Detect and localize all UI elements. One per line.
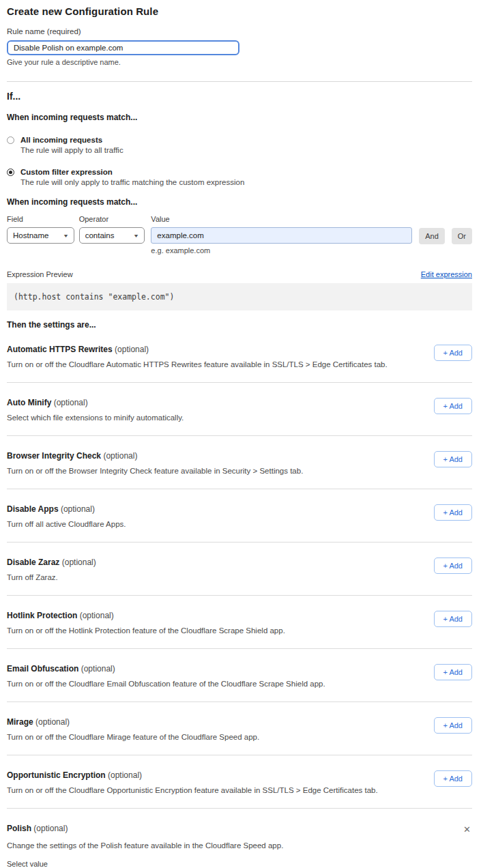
close-icon[interactable]: ✕ [462,824,472,835]
setting-row-hotlink-protection: Hotlink Protection (optional) Turn on or… [7,596,472,649]
setting-title: Polish (optional) [7,824,68,833]
expression-preview-code: (http.host contains "example.com") [7,283,472,310]
add-button[interactable]: + Add [434,611,472,627]
add-button[interactable]: + Add [434,451,472,467]
operator-column: Operator contains ▼ [79,215,145,244]
setting-title: Disable Apps (optional) [7,504,126,514]
setting-description: Turn on or off the Cloudflare Mirage fea… [7,733,259,741]
and-button[interactable]: And [419,228,445,244]
radio-unselected-icon[interactable] [7,136,14,144]
setting-name: Opportunistic Encryption [7,770,106,780]
setting-texts: Auto Minify (optional) Select which file… [7,398,184,422]
rule-name-helper: Give your rule a descriptive name. [7,58,472,66]
section-divider [7,81,472,82]
setting-optional-tag: (optional) [115,345,149,354]
value-column: Value e.g. example.com [151,215,412,255]
setting-row-disable-zaraz: Disable Zaraz (optional) Turn off Zaraz.… [7,542,472,596]
rule-name-label: Rule name (required) [7,27,472,35]
setting-row-mirage: Mirage (optional) Turn on or off the Clo… [7,702,472,755]
operator-label: Operator [79,215,145,223]
radio-option-description: The rule will apply to all traffic [20,146,123,154]
setting-texts: Disable Zaraz (optional) Turn off Zaraz. [7,558,96,581]
field-select-value: Hostname [13,231,48,240]
setting-description: Change the settings of the Polish featur… [7,841,472,850]
setting-optional-tag: (optional) [80,611,114,620]
setting-texts: Hotlink Protection (optional) Turn on or… [7,611,285,635]
page-title: Create new Configuration Rule [7,5,472,17]
setting-description: Turn on or off the Cloudflare Opportunis… [7,786,378,794]
radio-selected-icon[interactable] [7,169,14,176]
setting-optional-tag: (optional) [103,451,137,461]
setting-row-disable-apps: Disable Apps (optional) Turn off all act… [7,489,472,542]
setting-title: Opportunistic Encryption (optional) [7,770,378,780]
polish-header: Polish (optional) ✕ [7,824,472,835]
field-label: Field [7,215,74,223]
rule-name-input[interactable] [7,40,239,55]
add-button[interactable]: + Add [434,770,472,787]
radio-option-label: Custom filter expression [20,168,244,176]
radio-option-description: The rule will only apply to traffic matc… [20,178,244,186]
value-helper: e.g. example.com [151,246,412,255]
radio-option-custom-filter-expression[interactable]: Custom filter expression The rule will o… [7,168,472,186]
setting-row-automatic-https-rewrites: Automatic HTTPS Rewrites (optional) Turn… [7,330,472,383]
setting-description: Select which file extensions to minify a… [7,414,184,422]
setting-row-polish: Polish (optional) ✕ Change the settings … [7,809,472,868]
setting-optional-tag: (optional) [62,558,96,567]
operator-select-value: contains [85,231,115,240]
setting-name: Disable Apps [7,504,59,514]
setting-title: Browser Integrity Check (optional) [7,451,303,461]
configuration-rule-form: Create new Configuration Rule Rule name … [0,0,481,868]
setting-optional-tag: (optional) [35,717,70,727]
add-button[interactable]: + Add [434,664,472,680]
select-value-label: Select value [7,860,472,868]
field-select[interactable]: Hostname ▼ [7,227,74,244]
setting-description: Turn on or off the Cloudflare Automatic … [7,360,388,368]
setting-description: Turn on or off the Hotlink Protection fe… [7,626,285,635]
setting-name: Mirage [7,717,33,727]
setting-description: Turn on or off the Browser Integrity Che… [7,467,303,475]
setting-texts: Opportunistic Encryption (optional) Turn… [7,770,378,794]
setting-name: Email Obfuscation [7,664,78,674]
radio-option-all-incoming-requests[interactable]: All incoming requests The rule will appl… [7,136,472,154]
add-button[interactable]: + Add [434,717,472,734]
expression-preview-label: Expression Preview [7,270,73,278]
setting-row-email-obfuscation: Email Obfuscation (optional) Turn on or … [7,649,472,702]
add-button[interactable]: + Add [434,345,472,361]
expression-preview-header: Expression Preview Edit expression [7,270,472,278]
setting-row-opportunistic-encryption: Opportunistic Encryption (optional) Turn… [7,755,472,809]
radio-option-texts: All incoming requests The rule will appl… [20,136,123,154]
field-column: Field Hostname ▼ [7,215,74,244]
setting-row-browser-integrity-check: Browser Integrity Check (optional) Turn … [7,436,472,489]
setting-name: Disable Zaraz [7,558,59,567]
setting-title: Automatic HTTPS Rewrites (optional) [7,345,388,354]
radio-option-texts: Custom filter expression The rule will o… [20,168,244,186]
setting-name: Auto Minify [7,398,51,407]
operator-select[interactable]: contains ▼ [79,227,145,244]
add-button[interactable]: + Add [434,558,472,574]
setting-title: Email Obfuscation (optional) [7,664,325,674]
edit-expression-link[interactable]: Edit expression [421,270,472,278]
setting-name: Automatic HTTPS Rewrites [7,345,113,354]
add-button[interactable]: + Add [434,398,472,414]
setting-texts: Mirage (optional) Turn on or off the Clo… [7,717,259,741]
setting-title: Mirage (optional) [7,717,259,727]
setting-texts: Email Obfuscation (optional) Turn on or … [7,664,325,688]
value-label: Value [151,215,412,223]
add-button[interactable]: + Add [434,504,472,521]
setting-title: Disable Zaraz (optional) [7,558,96,567]
incoming-requests-heading: When incoming requests match... [7,113,472,122]
setting-texts: Automatic HTTPS Rewrites (optional) Turn… [7,345,388,368]
radio-option-label: All incoming requests [20,136,123,144]
setting-name: Browser Integrity Check [7,451,101,461]
expression-builder-row: Field Hostname ▼ Operator contains ▼ Val… [7,215,472,255]
value-input[interactable] [151,227,412,244]
caret-down-icon: ▼ [133,233,139,238]
setting-optional-tag: (optional) [54,398,88,407]
setting-texts: Disable Apps (optional) Turn off all act… [7,504,126,528]
or-button[interactable]: Or [452,228,472,244]
setting-title: Auto Minify (optional) [7,398,184,407]
caret-down-icon: ▼ [63,233,69,238]
setting-description: Turn on or off the Cloudflare Email Obfu… [7,680,325,688]
setting-optional-tag: (optional) [108,770,142,780]
setting-title: Hotlink Protection (optional) [7,611,285,620]
